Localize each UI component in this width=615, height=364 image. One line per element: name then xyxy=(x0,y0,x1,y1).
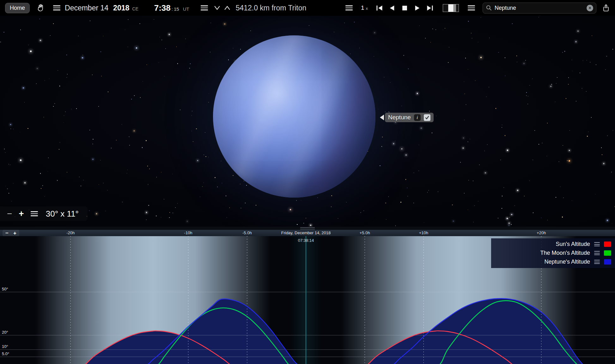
graph-date-label: Friday, December 14, 2018 xyxy=(281,230,331,235)
altitude-axis-label: 20° xyxy=(2,330,8,335)
chevron-up-icon[interactable] xyxy=(224,4,231,11)
field-of-view-bar: − + 30° x 11° xyxy=(0,206,88,221)
panel-divider[interactable] xyxy=(0,227,615,230)
home-button[interactable]: Home xyxy=(5,3,30,13)
zoom-in-icon[interactable]: + xyxy=(19,209,24,218)
legend-series-menu-icon[interactable] xyxy=(594,259,600,265)
legend-series-label: The Moon's Altitude xyxy=(540,250,590,256)
legend-series-menu-icon[interactable] xyxy=(594,250,600,256)
label-bubble[interactable]: Neptune i xyxy=(385,113,434,122)
graph-legend: Sun's AltitudeThe Moon's AltitudeNeptune… xyxy=(491,238,615,268)
time-rate-unit: x xyxy=(366,6,368,11)
legend-row: Neptune's Altitude xyxy=(498,259,611,265)
search-icon xyxy=(486,5,492,11)
info-icon[interactable]: i xyxy=(414,114,421,121)
location-menu-icon[interactable] xyxy=(201,5,208,11)
time-colon: : xyxy=(172,6,173,12)
time-tick-label: -20h xyxy=(66,230,75,235)
stop-button[interactable] xyxy=(401,4,409,12)
playback-controls xyxy=(375,4,434,12)
pan-hand-icon[interactable] xyxy=(37,4,45,12)
zoom-out-icon[interactable]: − xyxy=(7,209,12,218)
viewpoint-distance[interactable]: 5412.0 km from Triton xyxy=(236,4,307,12)
time-control[interactable]: 7:38 : 15 UT xyxy=(154,3,189,13)
era-label: CE xyxy=(132,6,138,11)
panel-layout-icon[interactable] xyxy=(443,4,459,12)
legend-color-swatch[interactable] xyxy=(604,242,611,247)
label-pointer-icon xyxy=(380,115,384,120)
graph-zoom-out-icon[interactable]: − xyxy=(5,230,9,236)
fov-menu-icon[interactable] xyxy=(31,211,38,217)
time-rate-control[interactable]: 1 x xyxy=(361,4,368,11)
time-tick-label: -5.0h xyxy=(242,230,252,235)
legend-row: The Moon's Altitude xyxy=(498,250,611,256)
share-icon[interactable] xyxy=(602,4,610,12)
graph-zoom-in-icon[interactable]: + xyxy=(13,230,16,236)
chevron-down-icon[interactable] xyxy=(214,4,221,11)
selection-checkbox[interactable] xyxy=(424,114,430,121)
time-tick-label: +10h xyxy=(419,230,428,235)
current-year: 2018 xyxy=(113,4,129,12)
time-ruler[interactable]: − + Friday, December 14, 2018 -20h-10h-5… xyxy=(0,230,615,236)
legend-series-label: Sun's Altitude xyxy=(556,241,590,248)
settings-menu-icon[interactable] xyxy=(468,5,475,11)
altitude-axis-label: 5.0° xyxy=(2,351,9,356)
current-seconds: 15 xyxy=(174,6,179,12)
date-control[interactable]: December 14 2018 CE xyxy=(65,4,138,12)
current-time: 7:38 xyxy=(154,3,171,13)
legend-row: Sun's Altitude xyxy=(498,241,611,248)
skip-back-button[interactable] xyxy=(375,4,383,12)
legend-series-label: Neptune's Altitude xyxy=(544,259,590,265)
time-rate-value: 1 xyxy=(361,4,364,11)
search-field[interactable]: × xyxy=(483,3,596,14)
timezone-label: UT xyxy=(183,6,189,12)
altitude-axis-label: 10° xyxy=(2,344,8,349)
planetarium-app: Home December 14 2018 CE 7:38 : 15 UT 54… xyxy=(0,0,615,364)
object-label-neptune[interactable]: Neptune i xyxy=(380,113,434,122)
graph-time-label: 07:38:14 xyxy=(298,238,314,243)
legend-color-swatch[interactable] xyxy=(604,259,611,265)
panel-resize-handle[interactable] xyxy=(300,227,315,229)
graph-zoom-controls: − + xyxy=(3,230,19,236)
skip-forward-button[interactable] xyxy=(426,4,434,12)
date-menu-icon[interactable] xyxy=(53,5,60,11)
time-tick-label: +5.0h xyxy=(360,230,370,235)
checkmark-icon xyxy=(425,115,429,120)
planet-neptune[interactable] xyxy=(213,35,375,198)
object-name: Neptune xyxy=(388,114,411,121)
altitude-graph-panel: − + Friday, December 14, 2018 -20h-10h-5… xyxy=(0,230,615,364)
current-date: December 14 xyxy=(65,4,108,12)
search-input[interactable] xyxy=(495,5,587,11)
altitude-plot[interactable]: 50°20°10°5.0°07:38:14Sun's AltitudeThe M… xyxy=(0,236,615,364)
sky-view[interactable]: Neptune i − + 30° x 11° xyxy=(0,16,615,227)
altitude-axis-label: 50° xyxy=(2,287,8,291)
time-tick-label: -10h xyxy=(184,230,192,235)
legend-series-menu-icon[interactable] xyxy=(594,242,600,247)
time-tick-label: +20h xyxy=(537,230,546,235)
legend-color-swatch[interactable] xyxy=(604,250,611,256)
play-reverse-button[interactable] xyxy=(388,4,396,12)
fov-readout: 30° x 11° xyxy=(46,209,79,219)
time-flow-menu-icon[interactable] xyxy=(345,5,353,11)
play-button[interactable] xyxy=(413,4,421,12)
search-clear-icon[interactable]: × xyxy=(587,5,593,11)
top-toolbar: Home December 14 2018 CE 7:38 : 15 UT 54… xyxy=(0,0,615,16)
